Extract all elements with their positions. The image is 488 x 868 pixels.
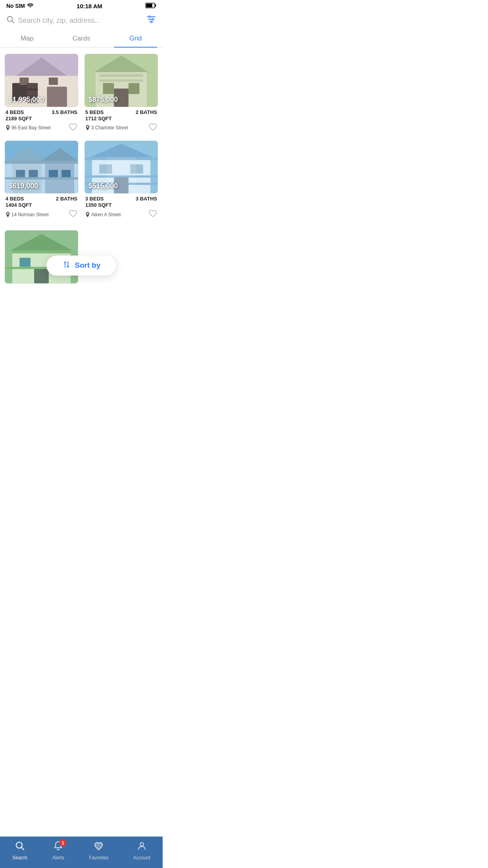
property-info: 5 BEDS2 BATHS1712 SQFT3 Charlotte Street <box>84 107 158 134</box>
tab-map[interactable]: Map <box>0 30 54 47</box>
price-badge: $875,000 <box>88 96 118 104</box>
sort-label: Sort by <box>75 261 100 270</box>
property-address-row: 96 East Bay Street <box>6 123 77 133</box>
svg-rect-40 <box>5 177 78 179</box>
sort-by-button[interactable]: Sort by <box>46 256 116 276</box>
property-specs: 4 BEDS3.5 BATHS <box>6 109 77 115</box>
baths: 2 BATHS <box>136 109 157 115</box>
view-tabs: Map Cards Grid <box>0 30 163 48</box>
svg-rect-57 <box>12 250 71 253</box>
svg-rect-16 <box>49 77 58 85</box>
property-specs: 4 BEDS2 BATHS <box>6 196 77 202</box>
svg-point-9 <box>152 18 154 20</box>
svg-rect-56 <box>34 269 49 283</box>
tab-grid[interactable]: Grid <box>108 30 163 47</box>
property-address-row: 3 Charlotte Street <box>85 123 157 133</box>
svg-point-8 <box>149 16 150 17</box>
price-badge: $515,000 <box>88 182 118 190</box>
property-address: Aiken A Street <box>85 212 121 217</box>
property-grid: $1,995,000 $1,995,0004 BEDS3.5 BATHS2189… <box>0 51 163 283</box>
beds: 4 BEDS <box>6 196 24 202</box>
property-sqft: 1712 SQFT <box>85 116 157 121</box>
property-sqft: 1404 SQFT <box>6 202 77 208</box>
svg-rect-35 <box>16 170 25 177</box>
property-card-1[interactable]: $1,995,000 $1,995,0004 BEDS3.5 BATHS2189… <box>5 54 78 134</box>
property-card-3[interactable]: $619,0004 BEDS2 BATHS1404 SQFT14 Norman … <box>5 141 78 221</box>
status-right <box>145 3 156 9</box>
status-left: No SIM <box>6 3 33 9</box>
property-address-row: 14 Norman Street <box>6 210 77 219</box>
favorite-button[interactable] <box>149 210 157 219</box>
svg-rect-17 <box>47 87 67 107</box>
svg-rect-1 <box>155 4 156 7</box>
sort-icon <box>62 260 71 271</box>
beds: 5 BEDS <box>85 109 104 115</box>
property-card-2[interactable]: $875,0005 BEDS2 BATHS1712 SQFT3 Charlott… <box>84 54 158 134</box>
svg-rect-39 <box>5 161 78 164</box>
baths: 2 BATHS <box>56 196 77 202</box>
property-info: 3 BEDS3 BATHS1350 SQFTAiken A Street <box>84 193 158 221</box>
svg-rect-24 <box>103 83 114 94</box>
svg-rect-36 <box>29 170 38 177</box>
carrier-text: No SIM <box>6 3 25 9</box>
search-icon <box>6 15 15 26</box>
beds: 3 BEDS <box>85 196 104 202</box>
svg-point-10 <box>150 21 152 22</box>
location-icon <box>6 212 10 217</box>
search-bar: Search city, zip, address... <box>0 11 163 30</box>
price-badge: $1,995,000 <box>9 96 44 104</box>
filter-icon[interactable] <box>146 14 156 27</box>
beds: 4 BEDS <box>6 109 24 115</box>
battery-icon <box>145 3 156 9</box>
tab-cards[interactable]: Cards <box>54 30 108 47</box>
svg-rect-37 <box>49 170 58 177</box>
location-icon <box>85 125 90 131</box>
baths: 3.5 BATHS <box>52 109 78 115</box>
property-info: 4 BEDS2 BATHS1404 SQFT14 Norman Street <box>5 193 78 221</box>
property-address: 14 Norman Street <box>6 212 49 217</box>
svg-rect-25 <box>128 83 139 94</box>
property-specs: 5 BEDS2 BATHS <box>85 109 157 115</box>
favorite-button[interactable] <box>149 123 157 133</box>
baths: 3 BATHS <box>136 196 157 202</box>
status-time: 10:18 AM <box>77 3 102 9</box>
status-bar: No SIM 10:18 AM <box>0 0 163 11</box>
favorite-button[interactable] <box>69 123 77 133</box>
svg-rect-2 <box>146 4 152 7</box>
search-placeholder: Search city, zip, address... <box>18 17 101 25</box>
property-address: 96 East Bay Street <box>6 125 51 131</box>
svg-rect-19 <box>27 88 38 90</box>
property-card-4[interactable]: $515,0003 BEDS3 BATHS1350 SQFTAiken A St… <box>84 141 158 221</box>
svg-rect-28 <box>99 79 143 82</box>
svg-rect-54 <box>20 258 31 267</box>
svg-rect-27 <box>99 74 143 77</box>
svg-line-4 <box>12 21 14 23</box>
property-address-row: Aiken A Street <box>85 210 157 219</box>
property-sqft: 2189 SQFT <box>6 116 77 121</box>
location-icon <box>6 125 10 131</box>
property-specs: 3 BEDS3 BATHS <box>85 196 157 202</box>
property-address: 3 Charlotte Street <box>85 125 128 131</box>
wifi-icon <box>27 3 33 9</box>
property-sqft: 1350 SQFT <box>85 202 157 208</box>
svg-rect-38 <box>62 170 71 177</box>
location-icon <box>85 212 90 217</box>
price-badge: $619,000 <box>9 182 38 190</box>
favorite-button[interactable] <box>69 210 77 219</box>
property-info: 4 BEDS3.5 BATHS2189 SQFT96 East Bay Stre… <box>5 107 78 134</box>
search-input-wrapper[interactable]: Search city, zip, address... <box>6 15 142 26</box>
